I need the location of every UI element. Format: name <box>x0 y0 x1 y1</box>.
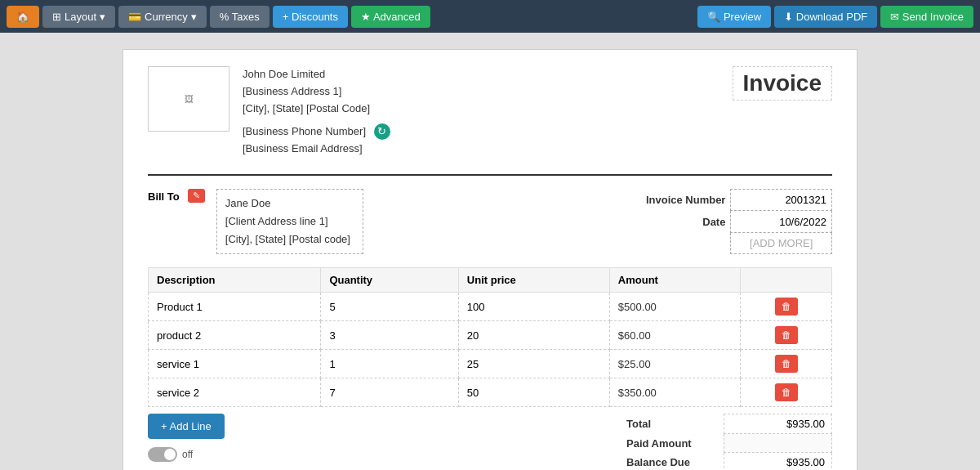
invoice-header: 🖼 John Doe Limited [Business Address 1] … <box>148 66 832 158</box>
table-row: product 2 3 20 $60.00 🗑 <box>149 321 832 350</box>
row-unit-price[interactable]: 100 <box>458 293 609 321</box>
row-description[interactable]: Product 1 <box>149 293 321 321</box>
invoice-date-label: Date <box>620 211 731 232</box>
invoice-number-value[interactable]: 2001321 <box>731 189 832 210</box>
total-value: $935.00 <box>724 414 831 434</box>
layout-icon: ⊞ <box>52 11 61 23</box>
delete-row-button[interactable]: 🗑 <box>775 326 798 344</box>
row-quantity[interactable]: 5 <box>321 293 458 321</box>
row-delete-cell: 🗑 <box>741 350 832 378</box>
client-address1: [Client Address line 1] <box>225 213 354 231</box>
main-content: 🖼 John Doe Limited [Business Address 1] … <box>0 33 980 470</box>
table-row: service 1 1 25 $25.00 🗑 <box>149 350 832 378</box>
row-delete-cell: 🗑 <box>741 378 832 407</box>
invoice-date-value[interactable]: 10/6/2022 <box>731 211 832 232</box>
currency-chevron-icon: ▾ <box>191 11 197 23</box>
row-delete-cell: 🗑 <box>741 321 832 350</box>
delete-row-button[interactable]: 🗑 <box>775 383 798 401</box>
invoice-add-more[interactable]: [ADD MORE] <box>731 232 832 253</box>
row-amount: $500.00 <box>609 293 740 321</box>
delete-row-button[interactable]: 🗑 <box>775 298 798 316</box>
download-pdf-button[interactable]: ⬇ Download PDF <box>774 6 877 28</box>
col-quantity: Quantity <box>321 268 458 293</box>
client-city-state: [City], [State] [Postal code] <box>225 231 354 248</box>
row-description[interactable]: service 1 <box>149 350 321 378</box>
send-invoice-button[interactable]: ✉ Send Invoice <box>880 6 973 28</box>
row-amount: $350.00 <box>609 378 740 407</box>
toggle-row: off <box>148 447 225 462</box>
balance-label: Balance Due <box>620 453 724 470</box>
invoice-title-box: Invoice <box>733 66 832 101</box>
home-button[interactable]: 🏠 <box>7 6 39 28</box>
paid-label: Paid Amount <box>620 434 724 453</box>
invoice-card: 🖼 John Doe Limited [Business Address 1] … <box>122 49 858 470</box>
invoice-number-label: Invoice Number <box>620 189 731 210</box>
taxes-button[interactable]: % Taxes <box>210 6 270 28</box>
toolbar: 🏠 ⊞ Layout ▾ 💳 Currency ▾ % Taxes + Disc… <box>0 0 980 33</box>
col-actions <box>741 268 832 293</box>
layout-button[interactable]: ⊞ Layout ▾ <box>42 6 115 28</box>
totals-table: Total $935.00 Paid Amount Balance Due $9… <box>620 414 832 470</box>
delete-row-button[interactable]: 🗑 <box>775 355 798 373</box>
invoice-meta-table: Invoice Number 2001321 Date 10/6/2022 [A… <box>620 189 832 254</box>
row-amount: $60.00 <box>609 321 740 350</box>
currency-icon: 💳 <box>128 11 141 23</box>
refresh-icon[interactable]: ↻ <box>374 123 390 140</box>
row-quantity[interactable]: 7 <box>321 378 458 407</box>
invoice-title: Invoice <box>743 70 822 96</box>
business-city-state[interactable]: [City], [State] [Postal Code] <box>243 101 390 118</box>
logo-placeholder: 🖼 <box>185 94 194 104</box>
preview-button[interactable]: 🔍 Preview <box>697 6 771 28</box>
row-unit-price[interactable]: 50 <box>458 378 609 407</box>
client-name: Jane Doe <box>225 195 354 213</box>
row-amount: $25.00 <box>609 350 740 378</box>
logo-box[interactable]: 🖼 <box>148 66 229 132</box>
bill-to-edit-button[interactable]: ✎ <box>188 189 205 203</box>
layout-chevron-icon: ▾ <box>100 11 105 23</box>
currency-button[interactable]: 💳 Currency ▾ <box>118 6 207 28</box>
total-label: Total <box>620 414 724 434</box>
bill-to-address[interactable]: Jane Doe [Client Address line 1] [City],… <box>216 189 363 254</box>
divider <box>148 174 832 176</box>
business-email[interactable]: [Business Email Address] <box>243 141 390 158</box>
toggle-thumb <box>164 449 176 460</box>
business-info: John Doe Limited [Business Address 1] [C… <box>243 66 390 158</box>
col-description: Description <box>149 268 321 293</box>
col-amount: Amount <box>609 268 740 293</box>
bill-to-label: Bill To <box>148 190 180 203</box>
balance-value: $935.00 <box>724 453 831 470</box>
business-name[interactable]: John Doe Limited <box>243 66 390 83</box>
paid-value[interactable] <box>724 434 831 453</box>
row-quantity[interactable]: 1 <box>321 350 458 378</box>
advanced-button[interactable]: ★ Advanced <box>351 6 430 28</box>
bill-to-section: Bill To ✎ Jane Doe [Client Address line … <box>148 189 363 254</box>
row-delete-cell: 🗑 <box>741 293 832 321</box>
footer-row: + Add Line off Total $935.00 Paid Amount <box>148 414 832 470</box>
items-table: Description Quantity Unit price Amount P… <box>148 267 832 407</box>
row-description[interactable]: service 2 <box>149 378 321 407</box>
row-description[interactable]: product 2 <box>149 321 321 350</box>
business-phone[interactable]: [Business Phone Number] <box>243 125 366 137</box>
business-address1[interactable]: [Business Address 1] <box>243 83 390 101</box>
add-line-button[interactable]: + Add Line <box>148 414 225 439</box>
table-row: Product 1 5 100 $500.00 🗑 <box>149 293 832 321</box>
row-quantity[interactable]: 3 <box>321 321 458 350</box>
discounts-button[interactable]: + Discounts <box>273 6 348 28</box>
bill-meta-row: Bill To ✎ Jane Doe [Client Address line … <box>148 189 832 254</box>
toggle-label: off <box>182 449 193 460</box>
table-row: service 2 7 50 $350.00 🗑 <box>149 378 832 407</box>
row-unit-price[interactable]: 20 <box>458 321 609 350</box>
row-unit-price[interactable]: 25 <box>458 350 609 378</box>
toggle-switch[interactable] <box>148 447 177 462</box>
col-unit-price: Unit price <box>458 268 609 293</box>
